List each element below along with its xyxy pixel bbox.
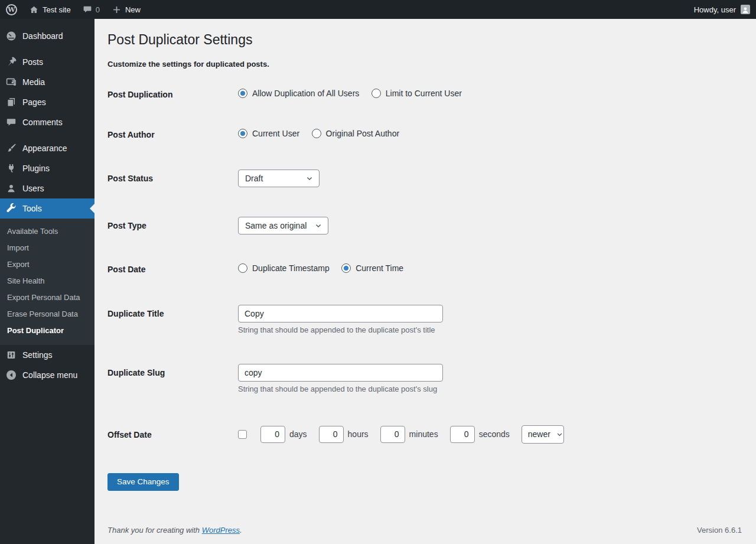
unit-label-days: days [289, 429, 307, 439]
sidebar-subitem-post-duplicator[interactable]: Post Duplicator [0, 323, 94, 339]
sidebar-subitem-erase-personal-data[interactable]: Erase Personal Data [0, 306, 94, 323]
sidebar-subitem-export[interactable]: Export [0, 256, 94, 273]
radio-label: Current Time [356, 263, 403, 273]
wrench-icon [5, 203, 17, 214]
row-post-type: Post Type Same as original [107, 202, 744, 249]
sidebar-item-appearance[interactable]: Appearance [0, 138, 94, 158]
comments-icon [5, 116, 17, 128]
unit-label-minutes: minutes [409, 429, 438, 439]
duplicate-title-input[interactable] [238, 305, 443, 323]
radio-limit-current-user[interactable]: Limit to Current User [372, 89, 462, 98]
radio-button-icon[interactable] [312, 129, 321, 138]
offset-seconds-input[interactable] [450, 426, 475, 443]
chevron-down-icon [555, 430, 564, 439]
main-content: Post Duplicator Settings Customize the s… [94, 19, 756, 544]
offset-minutes-input[interactable] [380, 426, 405, 443]
radio-original-post-author[interactable]: Original Post Author [312, 129, 400, 138]
sidebar-subitem-site-health[interactable]: Site Health [0, 273, 94, 289]
radio-label: Original Post Author [326, 129, 400, 138]
footer-thanks-text: Thank you for creating with [107, 526, 202, 535]
field-label: Post Duplication [107, 89, 238, 100]
home-icon [29, 5, 39, 15]
field-label: Post Author [107, 129, 238, 141]
site-name-label: Test site [43, 5, 71, 14]
wordpress-link[interactable]: WordPress [202, 526, 240, 535]
chevron-down-icon [305, 174, 314, 183]
post-status-select[interactable]: Draft [238, 170, 320, 187]
offset-hours-input[interactable] [319, 426, 344, 443]
my-account-menu[interactable]: Howdy, user [694, 5, 756, 14]
sidebar-item-label: Tools [22, 204, 42, 213]
settings-sliders-icon [5, 349, 17, 361]
field-label: Duplicate Title [107, 305, 238, 334]
wordpress-logo-menu[interactable]: W [0, 0, 23, 19]
sidebar-item-users[interactable]: Users [0, 178, 94, 198]
comment-count: 0 [96, 5, 100, 14]
admin-bar: W Test site 0 New Howdy, user [0, 0, 756, 19]
user-icon [5, 183, 17, 194]
new-content-menu[interactable]: New [106, 0, 146, 19]
site-name-menu[interactable]: Test site [23, 0, 77, 19]
row-duplicate-slug: Duplicate Slug String that should be app… [107, 348, 744, 408]
sidebar-item-media[interactable]: Media [0, 72, 94, 92]
admin-footer: Thank you for creating with WordPress. V… [107, 526, 742, 535]
dashboard-icon [5, 30, 17, 42]
field-label: Post Type [107, 217, 238, 234]
radio-button-icon[interactable] [238, 129, 247, 138]
sidebar-item-pages[interactable]: Pages [0, 92, 94, 112]
help-text: String that should be appended to the du… [238, 385, 744, 393]
avatar [741, 5, 750, 14]
pushpin-icon [5, 56, 17, 68]
offset-direction-select[interactable]: newer [522, 425, 564, 444]
sidebar-subitem-available-tools[interactable]: Available Tools [0, 223, 94, 240]
sidebar-item-dashboard[interactable]: Dashboard [0, 26, 94, 46]
sidebar-item-plugins[interactable]: Plugins [0, 158, 94, 178]
post-type-select[interactable]: Same as original [238, 217, 328, 234]
pages-icon [5, 96, 17, 108]
radio-duplicate-timestamp[interactable]: Duplicate Timestamp [238, 263, 330, 273]
page-subtitle: Customize the settings for duplicated po… [107, 60, 744, 69]
offset-days-input[interactable] [260, 426, 285, 443]
sidebar-subitem-export-personal-data[interactable]: Export Personal Data [0, 289, 94, 306]
unit-label-seconds: seconds [479, 429, 510, 439]
radio-allow-all-users[interactable]: Allow Duplication of All Users [238, 89, 359, 98]
collapse-arrow-icon [5, 369, 17, 381]
plus-icon [112, 5, 122, 15]
sidebar-item-label: Users [22, 184, 44, 193]
radio-button-icon[interactable] [238, 263, 247, 273]
help-text: String that should be appended to the du… [238, 325, 744, 334]
sidebar-item-settings[interactable]: Settings [0, 345, 94, 365]
radio-current-user[interactable]: Current User [238, 129, 299, 138]
comments-menu[interactable]: 0 [77, 0, 106, 19]
sidebar-item-label: Dashboard [22, 31, 63, 41]
row-post-date: Post Date Duplicate Timestamp Current Ti… [107, 249, 744, 289]
offset-date-checkbox[interactable] [238, 430, 247, 439]
radio-label: Allow Duplication of All Users [252, 89, 359, 98]
settings-form: Post Duplication Allow Duplication of Al… [107, 74, 744, 491]
sidebar-item-label: Media [22, 77, 45, 87]
selected-value: newer [528, 429, 550, 439]
row-post-duplication: Post Duplication Allow Duplication of Al… [107, 74, 744, 115]
collapse-menu-button[interactable]: Collapse menu [0, 365, 94, 385]
sidebar-subitem-import[interactable]: Import [0, 240, 94, 256]
sidebar-item-tools[interactable]: Tools [0, 198, 94, 219]
sidebar-item-comments[interactable]: Comments [0, 112, 94, 132]
radio-button-icon[interactable] [238, 89, 247, 98]
radio-button-icon[interactable] [372, 89, 381, 98]
page-title: Post Duplicator Settings [107, 26, 744, 51]
sidebar-item-label: Collapse menu [22, 370, 77, 380]
new-label: New [125, 5, 141, 14]
sidebar-item-posts[interactable]: Posts [0, 52, 94, 72]
duplicate-slug-input[interactable] [238, 364, 443, 382]
field-label: Duplicate Slug [107, 364, 238, 393]
radio-current-time[interactable]: Current Time [341, 263, 403, 273]
footer-period: . [240, 526, 242, 535]
menu-separator [0, 46, 94, 52]
plugin-icon [5, 162, 17, 174]
radio-button-icon[interactable] [341, 263, 351, 273]
sidebar-item-label: Plugins [22, 164, 50, 173]
selected-value: Draft [245, 174, 263, 183]
comment-bubble-icon [83, 5, 92, 14]
footer-version: Version 6.6.1 [697, 526, 742, 535]
save-changes-button[interactable]: Save Changes [107, 473, 179, 491]
